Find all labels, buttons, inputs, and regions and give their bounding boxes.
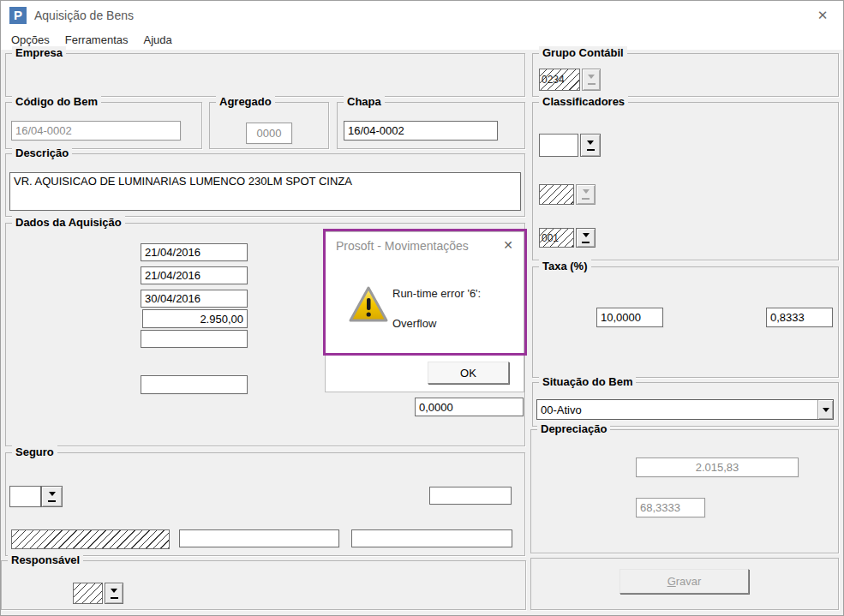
gravar-button: Gravar [620, 569, 749, 594]
seguro-field-top-right[interactable] [429, 487, 512, 505]
dropdown-icon [49, 492, 56, 499]
taxa-anual-field[interactable]: 10,0000 [596, 308, 663, 327]
depreciacao-valor-field: 2.015,83 [636, 458, 799, 477]
classificador-1-dropdown-button[interactable] [580, 134, 601, 157]
menu-ajuda[interactable]: Ajuda [144, 33, 172, 46]
classificador-field-3-locked: 001 [539, 228, 574, 248]
grupo-contabil-locked-field: 0234 [539, 69, 580, 91]
error-dialog-close-icon[interactable]: ✕ [503, 238, 513, 252]
agregado-field: 0000 [246, 123, 292, 144]
group-situacao-label: Situação do Bem [539, 375, 636, 388]
data-field-1[interactable]: 21/04/2016 [141, 243, 248, 261]
classificador-2-dropdown-button [576, 184, 596, 205]
app-window: P Aquisição de Bens ✕ Opções Ferramentas… [0, 0, 844, 616]
seguro-locked-field [11, 529, 170, 549]
group-taxa-label: Taxa (%) [539, 260, 591, 272]
group-seguro-label: Seguro [12, 446, 57, 458]
group-dados-label: Dados da Aquisição [12, 216, 125, 229]
dropdown-icon [582, 242, 590, 243]
dropdown-icon [111, 589, 117, 596]
window-title: Aquisição de Bens [34, 9, 134, 22]
ok-button[interactable]: OK [428, 362, 509, 384]
group-chapa-label: Chapa [344, 95, 385, 108]
error-message-line2: Overflow [392, 317, 436, 330]
window-close-icon[interactable]: ✕ [811, 8, 835, 23]
grupo-contabil-dropdown-button [582, 69, 601, 91]
valor-inferior-field[interactable]: 0,0000 [415, 398, 524, 416]
data-field-5[interactable] [141, 330, 248, 348]
codigo-do-bem-field: 16/04-0002 [11, 121, 181, 141]
data-field-2[interactable]: 21/04/2016 [141, 266, 248, 284]
combo-dropdown-button[interactable] [817, 400, 833, 419]
dropdown-icon [588, 75, 595, 82]
group-empresa-label: Empresa [12, 46, 66, 59]
group-depreciacao: Depreciação [530, 429, 839, 553]
seguro-combo-field[interactable] [9, 486, 41, 507]
classificador-3-dropdown-button[interactable] [576, 228, 596, 248]
depreciacao-percentual-field: 68,3333 [636, 498, 705, 517]
situacao-selected-value: 00-Ativo [537, 404, 817, 416]
data-field-3[interactable]: 30/04/2016 [141, 290, 248, 308]
situacao-combobox[interactable]: 00-Ativo [536, 399, 834, 420]
taxa-mensal-field[interactable]: 0,8333 [766, 308, 833, 327]
valor-aquisicao-field[interactable]: 2.950,00 [142, 309, 248, 328]
error-message-line1: Run-time error '6': [392, 287, 481, 300]
group-agregado-label: Agregado [216, 95, 275, 108]
dropdown-icon [588, 83, 596, 85]
classificador-field-1[interactable] [539, 134, 578, 157]
responsavel-locked-field [73, 583, 103, 604]
classificador-field-2-locked [539, 184, 574, 205]
dropdown-icon [111, 597, 118, 599]
dropdown-icon [583, 189, 590, 197]
error-dialog: Prosoft - Movimentações ✕ Run-time error… [325, 231, 524, 392]
menu-ferramentas[interactable]: Ferramentas [65, 33, 129, 46]
descricao-field[interactable]: VR. AQUISICAO DE LUMINARIAS LUMENCO 230L… [9, 172, 521, 211]
error-dialog-title: Prosoft - Movimentações [336, 239, 469, 253]
dropdown-icon [582, 198, 590, 200]
warning-icon [348, 285, 389, 325]
responsavel-dropdown-button[interactable] [105, 583, 123, 604]
dropdown-icon [587, 141, 594, 148]
prosoft-app-icon: P [9, 7, 27, 24]
group-empresa: Empresa [5, 53, 525, 97]
chevron-down-icon [823, 408, 829, 416]
group-responsavel-label: Responsável [8, 553, 83, 566]
group-grupo-contabil-label: Grupo Contábil [539, 46, 627, 59]
chapa-field[interactable]: 16/04-0002 [344, 121, 498, 141]
dropdown-icon [48, 500, 56, 502]
group-depreciacao-label: Depreciação [537, 422, 610, 435]
menu-opcoes[interactable]: Opções [11, 33, 50, 46]
group-classificadores-label: Classificadores [539, 95, 628, 108]
title-bar: P Aquisição de Bens ✕ [1, 1, 843, 29]
seguro-field-middle[interactable] [179, 529, 339, 547]
dropdown-icon [583, 233, 590, 241]
data-field-6[interactable] [141, 375, 248, 394]
group-codigo-label: Código do Bem [12, 95, 101, 108]
seguro-field-right[interactable] [351, 529, 512, 547]
group-descricao-label: Descrição [12, 147, 72, 159]
seguro-dropdown-button[interactable] [41, 486, 63, 507]
form-surface: Empresa Código do Bem 16/04-0002 Agregad… [1, 50, 843, 615]
dropdown-icon [587, 149, 595, 151]
menu-bar: Opções Ferramentas Ajuda [1, 29, 843, 50]
